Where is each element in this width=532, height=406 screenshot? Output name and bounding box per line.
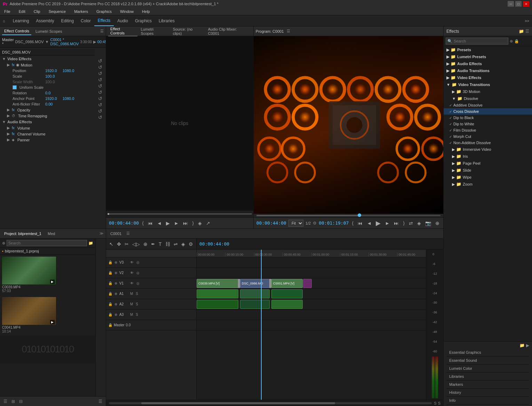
eff-dip-white[interactable]: ✓ Dip to White xyxy=(444,121,532,127)
panel-lumetri-color[interactable]: Lumetri Color xyxy=(446,365,529,373)
panel-history[interactable]: History xyxy=(446,389,529,397)
effects-bottom-btn1[interactable]: 📁 xyxy=(519,343,525,348)
effects-bottom-btn2[interactable]: ▶ xyxy=(526,343,529,348)
prog-play-btn[interactable]: ▶ xyxy=(375,219,382,228)
timeline-select-tool[interactable]: ↖ xyxy=(108,241,114,248)
reset-btn-9[interactable]: ↺ xyxy=(98,108,102,114)
reset-btn-1[interactable]: ↺ xyxy=(98,58,102,64)
v3-target-btn[interactable]: ◎ xyxy=(136,260,140,265)
program-zoom-select[interactable]: Fit xyxy=(288,220,303,227)
source-add-marker-btn[interactable]: ◈ xyxy=(197,220,203,227)
eff-sub-wipe[interactable]: ▶ 📁 Wipe xyxy=(444,174,532,181)
v2-lock-icon[interactable]: 🔒 xyxy=(108,271,112,275)
eff-sub-slide[interactable]: ▶ 📁 Slide xyxy=(444,167,532,174)
timeline-current-time[interactable]: 00:00:44:00 xyxy=(199,241,229,247)
reset-btn-2[interactable]: ↺ xyxy=(98,64,102,70)
timeline-arrow2-tool[interactable]: ⇌ xyxy=(173,241,179,248)
source-export-btn[interactable]: ↗ xyxy=(205,220,211,227)
workspace-more-button[interactable]: >> xyxy=(525,19,529,23)
v2-eye-btn[interactable]: 👁 xyxy=(129,271,134,275)
position-y-value[interactable]: 1080.0 xyxy=(63,69,74,73)
timeline-ruler[interactable]: 00:00:00:00 00:00:15:00 00:00:30:00 00:0… xyxy=(197,250,426,257)
prog-step-fwd-btn[interactable]: ⏭ xyxy=(393,220,400,227)
eff-cat-audio-effects[interactable]: ▶ 📁 Audio Effects xyxy=(444,60,532,67)
v1-sync-icon[interactable]: ⊕ xyxy=(114,281,118,286)
eff-morph-cut[interactable]: ✓ Morph Cut xyxy=(444,133,532,140)
menu-graphics[interactable]: Graphics xyxy=(95,9,113,14)
clip-purple[interactable] xyxy=(303,279,312,288)
media-item-c0041[interactable]: ▶ C0041.MP4 10:14 xyxy=(0,295,95,335)
video-effects-expand[interactable]: ▼ xyxy=(2,57,6,61)
source-out-point-btn[interactable]: ⟩ xyxy=(191,220,195,227)
v1-lock-icon[interactable]: 🔒 xyxy=(108,281,112,285)
tab-libraries[interactable]: Libraries xyxy=(155,15,178,26)
clip-dsc0986-v[interactable]: DSC_0986.MO xyxy=(240,279,270,288)
eff-non-additive-dissolve[interactable]: ✓ Non-Additive Dissolve xyxy=(444,140,532,146)
project-freeform-view-btn[interactable]: ⊟ xyxy=(18,398,24,405)
program-playhead-indicator[interactable] xyxy=(358,213,361,217)
timeline-link-tool[interactable]: ⛓ xyxy=(164,241,171,248)
timeline-zoom-tool[interactable]: ⊕ xyxy=(142,241,149,248)
timeline-type-tool[interactable]: T xyxy=(158,241,163,248)
tab-effects[interactable]: Effects xyxy=(94,15,114,26)
media-item-c0039[interactable]: ▶ C0039.MP4 57:03 xyxy=(0,255,95,295)
timeline-settings-btn[interactable]: ⚙ xyxy=(188,241,194,248)
source-play-fwd-btn[interactable]: ► xyxy=(173,220,180,227)
project-file-name[interactable]: bitpremtest_1.prproj xyxy=(5,249,39,253)
reset-btn-6[interactable]: ↺ xyxy=(98,89,102,95)
eff-sub-immersive[interactable]: ▶ 📁 Immersive Video xyxy=(444,146,532,153)
motion-toggle[interactable]: ◉ xyxy=(16,63,19,67)
program-settings-icon[interactable]: ⚙ xyxy=(313,221,317,226)
source-play-btn[interactable]: ▶ xyxy=(165,220,171,227)
v3-lock-icon[interactable]: 🔒 xyxy=(108,260,112,264)
source-in-point-btn[interactable]: ⟨ xyxy=(141,220,145,227)
eff-sub-zoom[interactable]: ▶ 📁 Zoom xyxy=(444,181,532,188)
tab-source-effect-controls[interactable]: Effect Controls xyxy=(108,26,137,37)
clip-a2-1[interactable] xyxy=(197,300,238,309)
prog-step-back-btn[interactable]: ⏮ xyxy=(357,220,364,227)
effects-panel-menu[interactable]: ☰ xyxy=(525,29,529,34)
reset-btn-8[interactable]: ↺ xyxy=(98,102,102,108)
scale-width-value[interactable]: 100.0 xyxy=(45,80,55,84)
tab-graphics[interactable]: Graphics xyxy=(132,15,155,26)
position-x-value[interactable]: 1920.0 xyxy=(45,69,57,73)
panel-essential-graphics[interactable]: Essential Graphics xyxy=(446,349,529,357)
effects-icon-btn1[interactable]: ⊕ xyxy=(510,39,513,44)
timeline-zoom-in-btn[interactable]: S xyxy=(434,401,436,405)
source-step-fwd-btn[interactable]: ⏭ xyxy=(182,220,189,227)
eff-film-dissolve[interactable]: ✓ Film Dissolve xyxy=(444,127,532,133)
eff-sub-page-peel[interactable]: ▶ 📁 Page Peel xyxy=(444,160,532,167)
effects-panel-btn1[interactable]: 📁 xyxy=(519,29,524,34)
a3-m-btn[interactable]: M xyxy=(129,312,134,317)
reset-btn-10[interactable]: ↺ xyxy=(98,115,102,120)
reset-btn-7[interactable]: ↺ xyxy=(98,96,102,101)
source-step-back-btn[interactable]: ⏮ xyxy=(147,220,154,227)
project-icon-view-btn[interactable]: ⊞ xyxy=(10,398,16,405)
audio-effects-expand[interactable]: ▼ xyxy=(2,120,6,124)
v3-eye-btn[interactable]: 👁 xyxy=(129,260,134,265)
eff-cat-video-transitions[interactable]: ▼ 📁 Video Transitions xyxy=(444,81,532,88)
eff-cat-audio-transitions[interactable]: ▶ 📁 Audio Transitions xyxy=(444,67,532,74)
media-new-folder-icon[interactable]: 📁 xyxy=(88,241,93,245)
master-lock-icon[interactable]: 🔒 xyxy=(108,323,112,327)
anchor-x-value[interactable]: 1920.0 xyxy=(45,96,57,101)
panner-expand-icon[interactable]: ▶ xyxy=(7,138,10,142)
anti-flicker-value[interactable]: 0.00 xyxy=(45,102,53,106)
menu-clip[interactable]: Clip xyxy=(32,9,42,14)
reset-btn-4[interactable]: ↺ xyxy=(98,77,102,83)
panel-collapse-icon[interactable]: ≫ xyxy=(100,231,104,236)
prog-back-btn[interactable]: ◄ xyxy=(366,220,373,227)
tab-project[interactable]: Project: bitpremtest_1 xyxy=(2,230,43,237)
prog-in-btn[interactable]: ⟨ xyxy=(351,220,355,227)
a3-lock-icon[interactable]: 🔒 xyxy=(108,313,112,317)
tab-source-clips[interactable]: Source: (no clips) xyxy=(171,26,205,36)
a2-sync-icon[interactable]: ⊕ xyxy=(114,302,118,306)
reset-btn-5[interactable]: ↺ xyxy=(98,83,102,89)
eff-additive-dissolve[interactable]: ✓ Additive Dissolve xyxy=(444,102,532,108)
panel-info[interactable]: Info xyxy=(446,397,529,405)
timeline-ripple-tool[interactable]: ◁▷ xyxy=(131,241,141,248)
media-search-input[interactable] xyxy=(7,240,87,246)
tab-audio-mixer[interactable]: Audio Clip Mixer: C0001 xyxy=(206,26,251,36)
tab-effect-controls[interactable]: Effect Controls xyxy=(2,28,31,35)
menu-help[interactable]: Help xyxy=(141,9,151,14)
